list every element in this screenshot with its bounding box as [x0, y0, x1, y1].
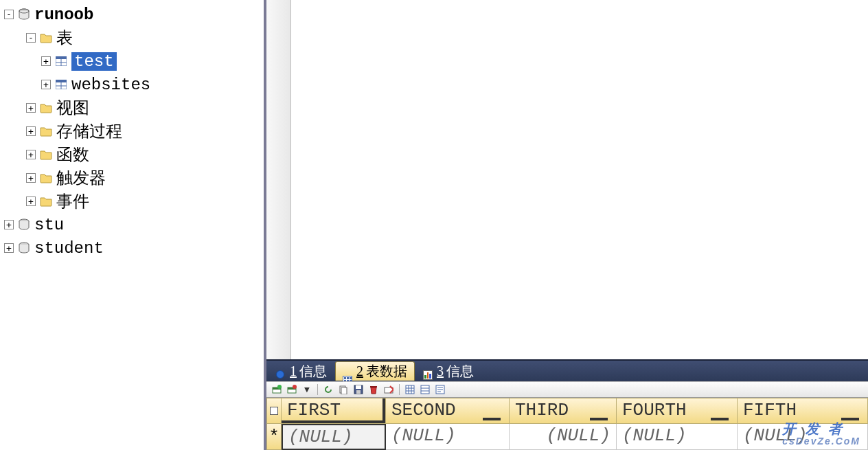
grid-cell[interactable]: (NULL) 开 发 者 csDevZe.CoM [738, 424, 868, 450]
expand-icon[interactable] [4, 10, 14, 19]
sql-editor[interactable] [266, 0, 868, 359]
delete-button[interactable] [367, 383, 380, 396]
tab-label: 信息 [299, 362, 327, 381]
expand-icon[interactable] [26, 103, 36, 113]
grid-cell[interactable]: (NULL) [386, 424, 510, 450]
grid-cell[interactable]: (NULL) [510, 424, 617, 450]
column-header[interactable]: SECOND [386, 398, 510, 424]
refresh-button[interactable] [322, 383, 334, 396]
expand-icon[interactable] [26, 33, 36, 43]
column-header[interactable]: FIFTH [738, 398, 868, 424]
data-grid[interactable]: FIRST SECOND THIRD FOURTH FIFTH * (NULL)… [266, 398, 868, 450]
table-icon [55, 55, 67, 67]
folder-icon [40, 125, 52, 137]
svg-rect-21 [356, 385, 361, 389]
expand-icon[interactable] [26, 173, 36, 183]
database-tree[interactable]: runoob 表 test websites 视图 存储过程 [0, 0, 266, 450]
grid-cell[interactable]: (NULL) [282, 424, 386, 450]
table-label: test [71, 52, 117, 71]
table-node-test[interactable]: test [3, 49, 264, 73]
svg-point-17 [293, 385, 297, 389]
expand-icon[interactable] [41, 80, 51, 89]
dropdown-button[interactable]: ▼ [301, 383, 313, 396]
events-folder-node[interactable]: 事件 [3, 190, 264, 213]
bottom-tabs: 1 信息 2 表数据 3 信息 [266, 359, 868, 381]
tab-label: 表数据 [366, 362, 407, 381]
procs-folder-node[interactable]: 存储过程 [3, 120, 264, 143]
folder-label: 存储过程 [56, 120, 122, 142]
row-marker[interactable]: * [266, 424, 282, 450]
tab-label: 信息 [446, 362, 474, 381]
column-header[interactable]: FIRST [282, 398, 386, 424]
folder-label: 触发器 [56, 167, 106, 189]
tab-table-data[interactable]: 2 表数据 [335, 361, 415, 381]
folder-label: 视图 [56, 97, 89, 119]
database-icon [18, 242, 30, 254]
expand-icon[interactable] [41, 56, 51, 66]
expand-icon[interactable] [26, 126, 36, 136]
expand-icon[interactable] [26, 150, 36, 159]
folder-icon [40, 172, 52, 184]
svg-rect-25 [406, 385, 414, 394]
expand-icon[interactable] [4, 243, 14, 253]
column-header[interactable]: THIRD [510, 398, 617, 424]
table-icon [55, 78, 67, 91]
copy-button[interactable] [337, 383, 350, 396]
folder-icon [40, 148, 52, 161]
db-label: runoob [34, 5, 93, 24]
grid-row[interactable]: * (NULL) (NULL) (NULL) (NULL) (NULL) 开 发… [266, 424, 868, 450]
grid-toolbar: ▼ [266, 381, 868, 398]
db-node-student[interactable]: student [3, 236, 264, 260]
separator [399, 384, 400, 395]
db-node-stu[interactable]: stu [3, 213, 264, 236]
folder-icon [40, 195, 52, 207]
folder-label: 表 [56, 27, 73, 49]
table-node-websites[interactable]: websites [3, 73, 264, 96]
svg-rect-19 [341, 387, 347, 394]
svg-rect-22 [356, 390, 361, 394]
main-panel: 1 信息 2 表数据 3 信息 ▼ FIRST SECON [266, 0, 868, 450]
folder-icon [40, 102, 52, 114]
db-label: stu [34, 216, 64, 234]
tables-folder-node[interactable]: 表 [3, 26, 264, 49]
save-button[interactable] [352, 383, 365, 396]
svg-rect-23 [370, 386, 377, 387]
database-icon [18, 8, 30, 21]
tab-number: 1 [290, 363, 297, 379]
cancel-button[interactable] [382, 383, 395, 396]
grid-cell[interactable]: (NULL) [617, 424, 738, 450]
funcs-folder-node[interactable]: 函数 [3, 143, 264, 166]
column-header[interactable]: FOURTH [617, 398, 738, 424]
add-row-button[interactable] [271, 383, 283, 396]
db-node-runoob[interactable]: runoob [3, 3, 264, 26]
info-icon [276, 366, 286, 376]
tab-info-1[interactable]: 1 信息 [269, 361, 334, 381]
grid-view-button[interactable] [404, 383, 416, 396]
triggers-folder-node[interactable]: 触发器 [3, 166, 264, 190]
folder-label: 函数 [56, 144, 89, 166]
tab-number: 3 [437, 363, 444, 379]
text-view-button[interactable] [434, 383, 446, 396]
tab-info-3[interactable]: 3 信息 [416, 361, 481, 381]
separator [317, 384, 318, 395]
folder-label: 事件 [56, 190, 89, 212]
views-folder-node[interactable]: 视图 [3, 96, 264, 120]
form-view-button[interactable] [419, 383, 431, 396]
editor-gutter [266, 0, 291, 359]
tab-number: 2 [356, 363, 363, 379]
select-all-checkbox[interactable] [266, 398, 282, 424]
database-icon [18, 218, 30, 231]
grid-icon [343, 367, 352, 376]
delete-row-button[interactable] [286, 383, 298, 396]
expand-icon[interactable] [4, 220, 14, 229]
db-label: student [34, 239, 104, 258]
svg-rect-30 [421, 385, 429, 394]
svg-point-14 [277, 385, 282, 389]
grid-header-row: FIRST SECOND THIRD FOURTH FIFTH [266, 398, 868, 424]
folder-icon [40, 32, 52, 44]
table-label: websites [71, 76, 150, 94]
chart-icon [423, 366, 433, 376]
expand-icon[interactable] [26, 196, 36, 206]
